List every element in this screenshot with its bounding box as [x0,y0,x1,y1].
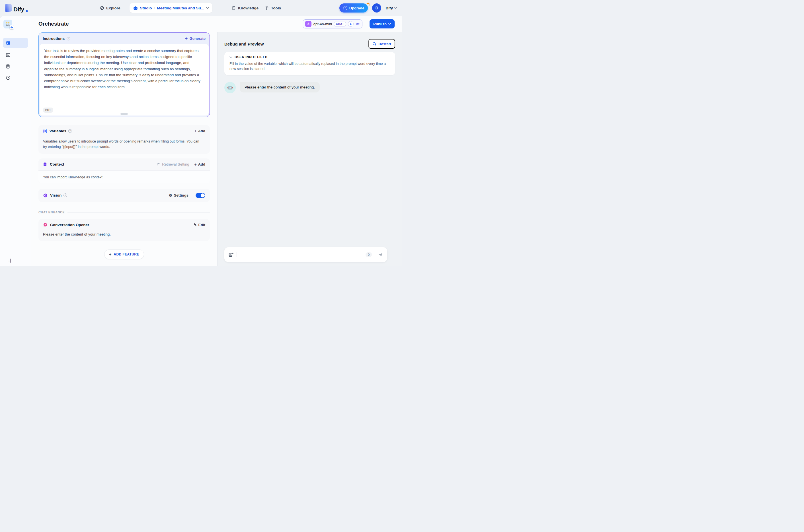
chat-enhance-label: CHAT ENHANCE [38,210,65,214]
variables-brace-icon: {x} [43,129,47,133]
user-input-field-title: USER INPUT FIELD [235,55,267,59]
sidebar-item-logs[interactable] [3,61,28,71]
orchestrate-topbar: Orchestrate ✳ gpt-4o-mini CHAT ◆ Publish [31,16,402,32]
context-empty-state: You can import Knowledge as context [38,170,210,184]
terminal-icon [6,53,11,57]
header-nav: Explore Studio / Meeting Minutes and Su.… [99,0,281,16]
refresh-icon [372,42,377,46]
breadcrumb-separator: / [154,6,155,10]
configuration-column: Instructions ? ✦ Generate Your task is t… [31,32,217,266]
vision-toggle[interactable] [196,193,205,198]
help-icon[interactable]: ? [67,37,70,40]
chevron-down-icon [388,23,391,25]
account-menu[interactable]: Dify [385,6,397,10]
nav-explore-label: Explore [106,6,121,10]
debug-header: Debug and Preview Restart [224,39,395,49]
bot-message-row: Please enter the content of your meeting… [224,82,395,93]
context-empty-text: You can import Knowledge as context [43,175,103,179]
chat-enhance-section: CHAT ENHANCE [38,210,210,214]
compass-icon [99,6,104,10]
text-cursor [237,252,237,257]
nav-knowledge[interactable]: Knowledge [232,6,258,10]
resize-handle[interactable] [121,113,128,115]
conversation-opener-title: Conversation Opener [50,223,89,227]
add-feature-button[interactable]: + ADD FEATURE [104,249,144,259]
sidebar-expand-icon[interactable]: →| [6,258,11,263]
breadcrumb-app-name[interactable]: Meeting Minutes and Su... [157,6,204,10]
debug-title: Debug and Preview [224,41,263,46]
user-input-field-card: USER INPUT FIELD Fill in the value of th… [224,52,395,75]
sidebar-item-orchestrate[interactable] [3,38,28,48]
add-feature-label: ADD FEATURE [114,252,139,256]
gem-icon: ✦ [343,6,347,10]
instructions-title: Instructions [43,36,65,41]
model-selector[interactable]: ✳ gpt-4o-mini CHAT ◆ [303,19,362,28]
vision-divider [192,193,192,198]
variables-title: Variables [50,129,66,133]
variables-panel: {x} Variables ? + Add Variables allow us… [38,125,210,154]
plus-icon: + [109,252,111,256]
conversation-opener-panel: Conversation Opener ✎ Edit Please enter … [38,219,210,241]
add-variable-label: Add [198,129,205,133]
retrieval-setting-button[interactable]: Retrieval Setting [157,162,189,167]
edit-opener-button[interactable]: ✎ Edit [194,223,205,227]
nav-explore[interactable]: Explore [99,6,121,10]
book-icon [232,6,236,10]
topbar-right: ✳ gpt-4o-mini CHAT ◆ Publish [303,19,395,28]
chat-composer[interactable]: 0 [224,247,387,262]
add-context-button[interactable]: + Add [195,162,205,167]
add-context-label: Add [198,162,205,167]
vision-settings-button[interactable]: ⚙ Settings [169,193,188,197]
workspace-columns: Instructions ? ✦ Generate Your task is t… [31,32,402,266]
content-shell: →| Orchestrate ✳ gpt-4o-mini CHAT ◆ [0,16,402,266]
sidebar-item-api[interactable] [3,50,28,60]
logo-text: Dify [13,6,24,12]
vision-settings-label: Settings [174,193,188,197]
instructions-panel: Instructions ? ✦ Generate Your task is t… [38,33,210,117]
publish-label: Publish [373,22,387,26]
context-header: Context Retrieval Setting + Add [38,158,210,170]
edit-label: Edit [198,223,205,227]
chevron-down-icon [230,56,232,58]
add-variable-button[interactable]: + Add [195,129,205,133]
gauge-icon [6,75,11,80]
edit-icon: ✎ [194,223,197,227]
vision-title: Vision [50,193,61,197]
add-feature-row: + ADD FEATURE [38,249,210,259]
chevron-down-icon [394,7,397,9]
retrieval-setting-label: Retrieval Setting [162,162,189,167]
plus-icon: + [195,162,197,167]
eye-icon [43,193,48,198]
upgrade-button[interactable]: ✦ Upgrade ✦ ✦ [340,3,368,13]
studio-app-switcher[interactable]: Studio / Meeting Minutes and Su... [130,3,213,13]
openai-logo-icon: ✳ [305,21,311,27]
restart-button[interactable]: Restart [368,39,395,49]
upgrade-label: Upgrade [349,6,364,10]
sidebar-item-monitoring[interactable] [3,73,28,83]
user-input-field-header[interactable]: USER INPUT FIELD [230,55,390,59]
nav-tools[interactable]: Tools [265,6,281,10]
main-area: Orchestrate ✳ gpt-4o-mini CHAT ◆ Publish [31,16,402,266]
instructions-editor[interactable]: Your task is to review the provided meet… [40,44,209,115]
nav-tools-label: Tools [271,6,281,10]
user-avatar[interactable]: D [372,3,381,13]
generate-button[interactable]: ✦ Generate [185,36,205,41]
send-icon[interactable] [378,252,383,258]
robot-emoji-icon [227,84,233,91]
image-upload-icon[interactable] [228,252,234,258]
dify-logo[interactable]: Dify [5,4,28,12]
variables-description: Variables allow users to introduce promp… [43,139,205,150]
bot-avatar [224,82,236,93]
hammer-icon [265,6,269,10]
help-icon[interactable]: ? [63,193,67,197]
help-icon[interactable]: ? [68,129,72,133]
publish-button[interactable]: Publish [369,19,395,28]
model-params-sliders-icon[interactable] [355,22,360,26]
chat-empty-space [224,93,395,247]
chevron-down-icon [206,7,209,9]
account-name: Dify [385,6,393,10]
breadcrumb-studio[interactable]: Studio [140,6,152,10]
dify-logo-icon [5,4,12,12]
restart-label: Restart [378,42,391,46]
instructions-text[interactable]: Your task is to review the provided meet… [44,48,204,90]
